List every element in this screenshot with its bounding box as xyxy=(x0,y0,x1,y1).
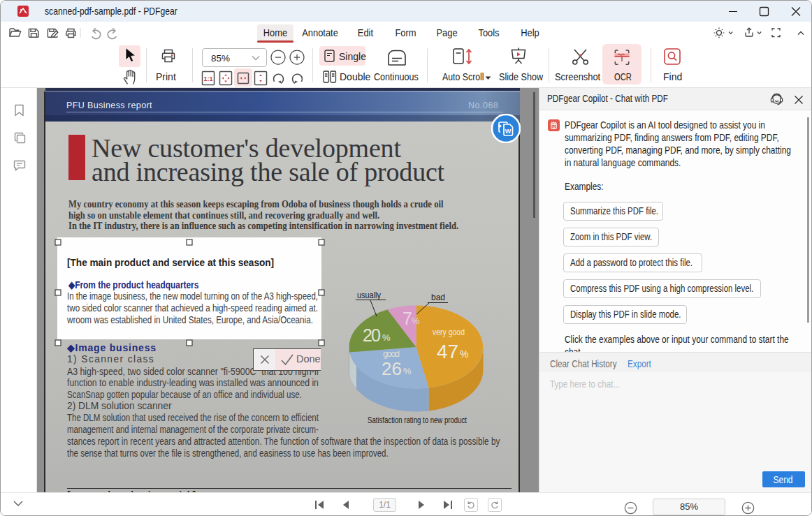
svg-text:W: W xyxy=(505,128,512,135)
svg-text:1:1: 1:1 xyxy=(203,75,212,82)
